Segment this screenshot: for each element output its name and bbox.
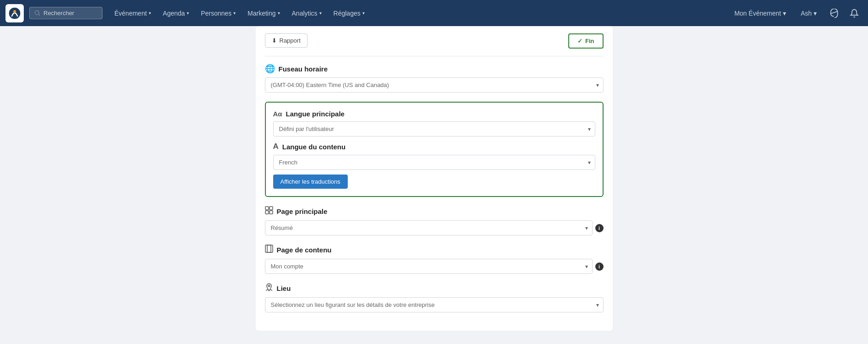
page-contenu-label: Page de contenu [277,246,332,254]
svg-rect-6 [265,245,273,252]
fuseau-horaire-section: 🌐 Fuseau horaire (GMT-04:00) Eastern Tim… [265,64,604,93]
user-menu-button[interactable]: Ash ▾ [795,6,822,21]
chevron-down-icon: ▾ [319,11,322,16]
nav-menu: Événement ▾ Agenda ▾ Personnes ▾ Marketi… [109,6,727,21]
nav-right: Mon Événement ▾ Ash ▾ [729,5,863,22]
svg-line-10 [270,289,272,290]
svg-rect-4 [265,211,269,214]
location-icon [265,283,273,294]
chevron-down-icon: ▾ [149,11,151,16]
page-contenu-section: Page de contenu Mon compte Résumé Agenda… [265,245,604,274]
app-logo [5,4,24,22]
svg-rect-3 [270,207,273,210]
info-icon: i [595,262,604,271]
fuseau-horaire-select-wrapper: (GMT-04:00) Eastern Time (US and Canada)… [265,77,604,93]
page-principale-row: Résumé Agenda Personnes ▾ i [265,220,604,235]
fuseau-horaire-label: Fuseau horaire [279,65,328,73]
langue-section-highlighted: Aα Langue principale Défini par l'utilis… [265,102,604,197]
main-card: ⬇ Rapport ✓ Fin 🌐 Fuseau horaire (GMT-04… [256,26,613,331]
page-principale-select[interactable]: Résumé Agenda Personnes [265,220,593,235]
bell-icon[interactable] [846,5,863,22]
page-contenu-row: Mon compte Résumé Agenda ▾ i [265,259,604,274]
svg-line-9 [266,289,268,290]
chevron-down-icon: ▾ [278,11,280,16]
chevron-down-icon: ▾ [362,11,365,16]
langue-contenu-header: A Langue du contenu [273,142,595,151]
afficher-traductions-button[interactable]: Afficher les traductions [273,175,348,189]
chevron-down-icon: ▾ [187,11,189,16]
svg-point-1 [13,10,16,13]
langue-principale-section: Aα Langue principale Défini par l'utilis… [273,110,595,137]
langue-contenu-label: Langue du contenu [282,143,345,151]
page-principale-section: Page principale Résumé Agenda Personnes … [265,206,604,235]
lieu-section: Lieu Sélectionnez un lieu figurant sur l… [265,283,604,312]
page-content: ⬇ Rapport ✓ Fin 🌐 Fuseau horaire (GMT-04… [0,26,868,344]
nav-item-reglages[interactable]: Réglages ▾ [328,6,370,21]
search-input[interactable]: Rechercher [29,7,102,19]
langue-contenu-select-wrapper: French English Spanish ▾ [273,155,595,170]
chevron-down-icon: ▾ [814,10,817,17]
lieu-header: Lieu [265,283,604,294]
fuseau-horaire-header: 🌐 Fuseau horaire [265,64,604,74]
lieu-select-wrapper: Sélectionnez un lieu figurant sur les dé… [265,297,604,312]
langue-principale-select[interactable]: Défini par l'utilisateur Français Englis… [273,121,595,137]
svg-rect-2 [265,207,269,210]
nav-item-analytics[interactable]: Analytics ▾ [286,6,327,21]
text-icon: A [273,142,279,151]
langue-principale-label: Langue principale [286,110,345,118]
page-principale-label: Page principale [277,207,328,215]
svg-rect-5 [270,211,273,214]
svg-point-8 [268,285,270,287]
chevron-down-icon: ▾ [233,11,236,16]
search-placeholder: Rechercher [43,10,74,16]
nav-item-personnes[interactable]: Personnes ▾ [195,6,241,21]
language-icon: Aα [273,110,282,118]
fin-button[interactable]: ✓ Fin [568,33,604,49]
download-icon: ⬇ [272,37,277,44]
lieu-select[interactable]: Sélectionnez un lieu figurant sur les dé… [265,297,604,312]
info-icon: i [595,224,604,232]
langue-principale-header: Aα Langue principale [273,110,595,118]
page-principale-header: Page principale [265,206,604,217]
page-contenu-select[interactable]: Mon compte Résumé Agenda [265,259,593,274]
langue-contenu-select[interactable]: French English Spanish [273,155,595,170]
megaphone-icon[interactable] [826,5,842,22]
top-row: ⬇ Rapport ✓ Fin [265,33,604,56]
nav-item-marketing[interactable]: Marketing ▾ [242,6,285,21]
rapport-button[interactable]: ⬇ Rapport [265,33,307,48]
globe-icon: 🌐 [265,64,275,74]
content-page-icon [265,245,273,255]
mon-evenement-button[interactable]: Mon Événement ▾ [729,6,792,21]
navbar: Rechercher Événement ▾ Agenda ▾ Personne… [0,0,868,26]
page-principale-select-wrapper: Résumé Agenda Personnes ▾ [265,220,593,235]
chevron-down-icon: ▾ [783,10,786,17]
nav-item-evenement[interactable]: Événement ▾ [109,6,156,21]
fuseau-horaire-select[interactable]: (GMT-04:00) Eastern Time (US and Canada) [265,77,604,93]
langue-principale-select-wrapper: Défini par l'utilisateur Français Englis… [273,121,595,137]
svg-rect-7 [267,245,271,252]
langue-contenu-section: A Langue du contenu French English Spani… [273,142,595,189]
lieu-label: Lieu [277,284,291,292]
checkmark-icon: ✓ [577,38,582,44]
page-contenu-select-wrapper: Mon compte Résumé Agenda ▾ [265,259,593,274]
page-contenu-header: Page de contenu [265,245,604,255]
grid-icon [265,206,273,217]
nav-item-agenda[interactable]: Agenda ▾ [157,6,194,21]
